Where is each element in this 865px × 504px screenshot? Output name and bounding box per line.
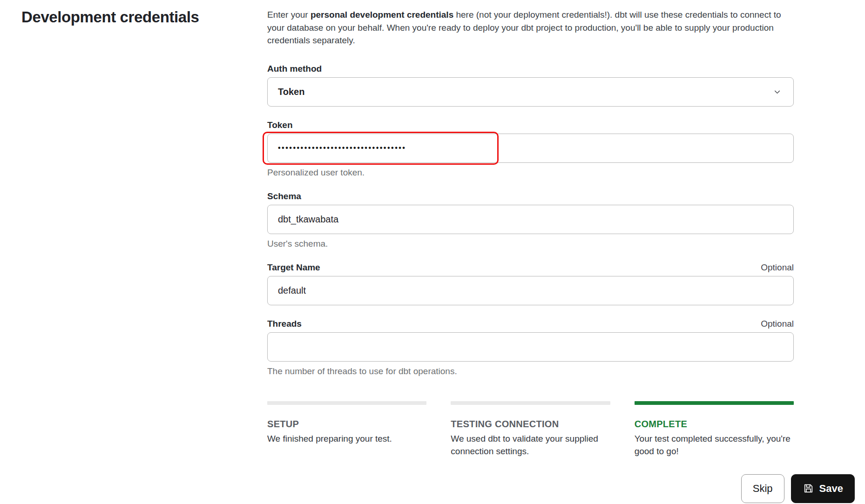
step-complete-progress-bar: [635, 401, 794, 405]
step-complete-title: COMPLETE: [635, 419, 794, 430]
credentials-form: Enter your personal development credenti…: [267, 7, 794, 457]
step-setup: SETUP We finished preparing your test.: [267, 401, 426, 457]
skip-button[interactable]: Skip: [741, 474, 784, 503]
threads-helper-text: The number of threads to use for dbt ope…: [267, 366, 794, 376]
form-actions: Skip Save: [0, 474, 865, 503]
threads-optional-tag: Optional: [761, 319, 794, 329]
save-button-label: Save: [819, 483, 843, 495]
token-field-wrapper: [267, 134, 794, 163]
connection-test-steps: SETUP We finished preparing your test. T…: [267, 401, 794, 457]
save-button[interactable]: Save: [791, 474, 855, 503]
step-setup-description: We finished preparing your test.: [267, 432, 426, 445]
target-name-optional-tag: Optional: [761, 262, 794, 273]
step-setup-progress-bar: [267, 401, 426, 405]
auth-method-select[interactable]: Token: [267, 77, 794, 107]
step-setup-title: SETUP: [267, 419, 426, 430]
development-credentials-section: Development credentials Enter your perso…: [0, 0, 865, 457]
target-name-label-row: Target Name Optional: [267, 262, 794, 273]
token-input[interactable]: [267, 134, 794, 163]
description-bold: personal development credentials: [311, 10, 453, 20]
threads-label: Threads: [267, 319, 302, 329]
step-testing-connection: TESTING CONNECTION We used dbt to valida…: [451, 401, 610, 457]
floppy-disk-icon: [803, 483, 814, 494]
target-name-label: Target Name: [267, 262, 320, 273]
page-title: Development credentials: [21, 8, 267, 26]
threads-label-row: Threads Optional: [267, 319, 794, 329]
threads-input[interactable]: [267, 332, 794, 362]
step-complete-description: Your test completed successfully, you're…: [635, 432, 794, 457]
token-helper-text: Personalized user token.: [267, 168, 794, 178]
section-description: Enter your personal development credenti…: [267, 8, 794, 47]
target-name-input[interactable]: [267, 276, 794, 305]
auth-method-label: Auth method: [267, 64, 794, 74]
description-prefix: Enter your: [267, 10, 311, 20]
step-testing-progress-bar: [451, 401, 610, 405]
auth-method-selected-value: Token: [278, 87, 304, 97]
step-testing-title: TESTING CONNECTION: [451, 419, 610, 430]
schema-label: Schema: [267, 191, 794, 202]
schema-input[interactable]: [267, 205, 794, 234]
token-label: Token: [267, 120, 794, 130]
step-complete: COMPLETE Your test completed successfull…: [635, 401, 794, 457]
section-title-column: Development credentials: [0, 7, 267, 457]
step-testing-description: We used dbt to validate your supplied co…: [451, 432, 610, 457]
schema-helper-text: User's schema.: [267, 239, 794, 249]
chevron-down-icon: [773, 88, 783, 96]
